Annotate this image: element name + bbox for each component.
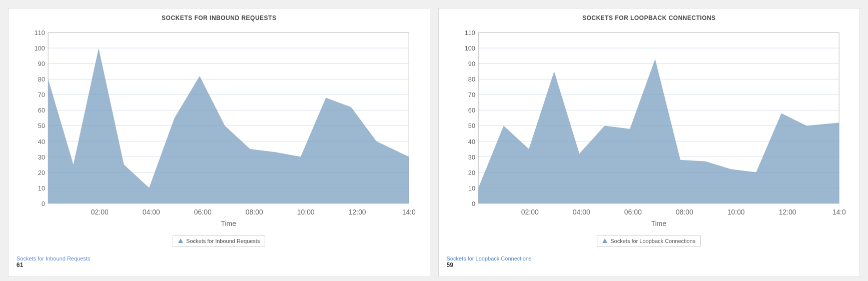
svg-text:110: 110 bbox=[464, 30, 475, 36]
legend-label-inbound: Sockets for Inbound Requests bbox=[186, 238, 260, 244]
legend-loopback: Sockets for Loopback Connections bbox=[597, 236, 701, 246]
svg-text:04:00: 04:00 bbox=[572, 208, 590, 216]
svg-text:10:00: 10:00 bbox=[727, 208, 744, 216]
chart-panel-inbound: SOCKETS FOR INBOUND REQUESTS010203040506… bbox=[8, 8, 430, 277]
svg-text:100: 100 bbox=[464, 45, 475, 52]
svg-text:20: 20 bbox=[468, 170, 475, 176]
page: SOCKETS FOR INBOUND REQUESTS010203040506… bbox=[0, 0, 868, 281]
svg-text:60: 60 bbox=[468, 107, 475, 114]
svg-text:10: 10 bbox=[38, 185, 45, 192]
svg-text:90: 90 bbox=[468, 60, 475, 68]
chart-title-loopback: SOCKETS FOR LOOPBACK CONNECTIONS bbox=[447, 14, 852, 22]
chart-area-loopback: 010203040506070809010011002:0004:0006:00… bbox=[447, 26, 852, 230]
svg-text:Time: Time bbox=[651, 220, 666, 228]
svg-text:12:00: 12:00 bbox=[349, 208, 366, 216]
svg-text:90: 90 bbox=[38, 60, 45, 68]
chart-footer-loopback: Sockets for Loopback Connections59 bbox=[447, 252, 852, 268]
svg-text:80: 80 bbox=[468, 76, 475, 83]
svg-text:14:0: 14:0 bbox=[832, 208, 845, 216]
svg-text:80: 80 bbox=[38, 76, 45, 83]
footer-label-inbound: Sockets for Inbound Requests bbox=[17, 256, 422, 262]
svg-text:100: 100 bbox=[35, 45, 45, 52]
svg-text:Time: Time bbox=[221, 220, 237, 228]
svg-text:08:00: 08:00 bbox=[246, 208, 263, 216]
svg-text:110: 110 bbox=[35, 30, 45, 36]
chart-panel-loopback: SOCKETS FOR LOOPBACK CONNECTIONS01020304… bbox=[438, 8, 860, 277]
svg-text:40: 40 bbox=[468, 138, 475, 146]
svg-text:10:00: 10:00 bbox=[297, 208, 315, 216]
footer-label-loopback: Sockets for Loopback Connections bbox=[447, 256, 852, 262]
svg-text:06:00: 06:00 bbox=[194, 208, 212, 216]
chart-area-inbound: 010203040506070809010011002:0004:0006:00… bbox=[17, 26, 422, 230]
chart-footer-inbound: Sockets for Inbound Requests61 bbox=[17, 252, 422, 268]
svg-text:30: 30 bbox=[468, 154, 475, 161]
svg-text:02:00: 02:00 bbox=[521, 208, 538, 216]
svg-text:08:00: 08:00 bbox=[675, 208, 693, 216]
svg-text:02:00: 02:00 bbox=[91, 208, 109, 216]
svg-text:10: 10 bbox=[468, 185, 475, 192]
svg-text:30: 30 bbox=[38, 154, 45, 161]
svg-text:12:00: 12:00 bbox=[778, 208, 796, 216]
svg-text:06:00: 06:00 bbox=[624, 208, 641, 216]
svg-text:50: 50 bbox=[468, 122, 475, 130]
svg-text:20: 20 bbox=[38, 170, 45, 176]
legend-icon-inbound bbox=[178, 238, 183, 243]
svg-text:40: 40 bbox=[38, 138, 45, 146]
legend-label-loopback: Sockets for Loopback Connections bbox=[610, 238, 695, 244]
legend-inbound: Sockets for Inbound Requests bbox=[173, 236, 265, 246]
footer-value-loopback: 59 bbox=[447, 262, 852, 268]
footer-value-inbound: 61 bbox=[17, 262, 422, 268]
svg-text:14:0: 14:0 bbox=[402, 208, 416, 216]
chart-title-inbound: SOCKETS FOR INBOUND REQUESTS bbox=[17, 14, 422, 22]
svg-text:60: 60 bbox=[38, 107, 45, 114]
svg-text:70: 70 bbox=[468, 92, 475, 98]
svg-text:70: 70 bbox=[38, 92, 45, 98]
svg-text:0: 0 bbox=[471, 200, 475, 208]
svg-text:50: 50 bbox=[38, 122, 45, 130]
svg-text:0: 0 bbox=[42, 200, 45, 208]
svg-text:04:00: 04:00 bbox=[143, 208, 160, 216]
legend-icon-loopback bbox=[602, 238, 607, 243]
